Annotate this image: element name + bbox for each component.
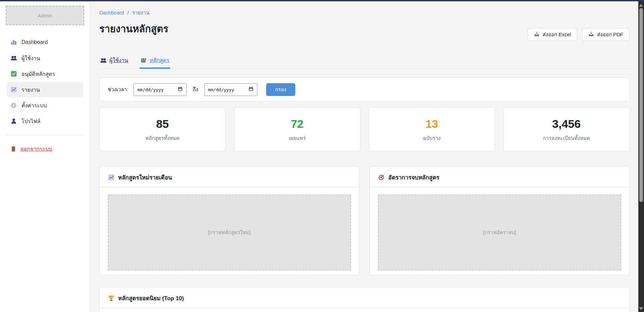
chart-card-header: อัตราการจบหลักสูตร [370, 167, 629, 188]
sidebar-divider [7, 135, 83, 135]
stat-value: 3,456 [504, 116, 629, 131]
date-from-input[interactable]: mm/dd/yyyy [134, 83, 187, 96]
stat-label: เผยแพร่ [234, 134, 360, 142]
chart-placeholder-new-courses: [กราฟหลักสูตรใหม่] [108, 195, 351, 270]
stat-card-published: 72 เผยแพร่ [234, 107, 360, 151]
filter-label: ช่วงเวลา: [108, 86, 128, 94]
scrollbar[interactable] [638, 1, 644, 312]
sidebar-item-dashboard[interactable]: Dashboard [6, 35, 83, 50]
chart-up-icon [108, 174, 115, 181]
stat-card-total-courses: 85 หลักสูตรทั้งหมด [99, 107, 226, 151]
scrollbar-down-arrow[interactable] [639, 307, 643, 310]
sidebar-item-approve-courses[interactable]: อนุมัติหลักสูตร [6, 66, 83, 82]
chart-up-icon [10, 86, 17, 93]
export-pdf-label: ส่งออก PDF [597, 31, 623, 39]
stat-label: ฉบับร่าง [369, 134, 495, 142]
breadcrumb-separator: / [128, 10, 129, 15]
stat-card-drafts: 13 ฉบับร่าง [369, 107, 495, 151]
breadcrumb: Dashboard / รายงาน [99, 9, 630, 17]
sidebar-item-users[interactable]: ผู้ใช้งาน [6, 50, 83, 66]
date-to-input[interactable]: mm/dd/yyyy [204, 83, 257, 96]
scrollbar-up-arrow[interactable] [639, 4, 643, 7]
sidebar-nav: Dashboard ผู้ใช้งาน อนุมัติหลักสูตร รายง… [0, 35, 90, 129]
chart-card-new-courses: หลักสูตรใหม่รายเดือน [กราฟหลักสูตรใหม่] [99, 166, 359, 275]
breadcrumb-current: รายงาน [132, 10, 149, 15]
admin-logo-placeholder: Admin [6, 6, 84, 25]
scrollbar-thumb[interactable] [639, 8, 643, 202]
breadcrumb-dashboard-link[interactable]: Dashboard [99, 10, 124, 15]
tab-bar: ผู้ใช้งาน หลักสูตร [99, 53, 630, 69]
chart-placeholder-completion: [กราฟอัตราจบ] [378, 195, 621, 270]
sidebar-item-label: Dashboard [21, 39, 48, 45]
filter-button[interactable]: กรอง [266, 83, 295, 96]
stat-value: 13 [369, 116, 495, 131]
gear-icon [10, 102, 17, 109]
tab-users-label: ผู้ใช้งาน [109, 56, 128, 64]
stat-label: หลักสูตรทั้งหมด [100, 134, 225, 142]
door-icon [10, 146, 16, 152]
calendar-icon[interactable] [178, 86, 183, 93]
export-excel-button[interactable]: ส่งออก Excel [528, 28, 577, 41]
main-content: Dashboard / รายงาน รายงานหลักสูตร ส่งออก… [90, 1, 638, 312]
tab-courses[interactable]: หลักสูตร [140, 53, 170, 69]
sidebar-item-label: โปรไฟล์ [21, 117, 41, 125]
chart-card-completion-rate: อัตราการจบหลักสูตร [กราฟอัตราจบ] [369, 166, 630, 275]
chart-card-header: หลักสูตรใหม่รายเดือน [100, 167, 359, 188]
top-courses-body [100, 308, 629, 312]
stat-card-total-enrollments: 3,456 การลงทะเบียนทั้งหมด [503, 107, 630, 151]
tab-courses-label: หลักสูตร [150, 56, 169, 64]
chart-placeholder-text: [กราฟหลักสูตรใหม่] [208, 228, 251, 237]
filter-to-label: ถึง [193, 86, 198, 94]
target-icon [378, 174, 385, 181]
bar-chart-icon [10, 39, 17, 46]
calendar-icon[interactable] [248, 86, 254, 93]
sidebar-item-label: ผู้ใช้งาน [21, 54, 40, 62]
top-courses-header: หลักสูตรยอดนิยม (Top 10) [100, 288, 629, 308]
export-pdf-button[interactable]: ส่งออก PDF [582, 28, 630, 41]
top-courses-card: หลักสูตรยอดนิยม (Top 10) [99, 287, 630, 312]
sidebar-item-label: ตั้งค่าระบบ [21, 101, 47, 110]
stats-row: 85 หลักสูตรทั้งหมด 72 เผยแพร่ 13 ฉบับร่า… [99, 107, 630, 151]
logout-link[interactable]: ออกจากระบบ [10, 145, 90, 153]
books-icon [140, 57, 147, 64]
stat-value: 85 [100, 116, 225, 131]
top-strip [0, 0, 644, 1]
sidebar: Admin Dashboard ผู้ใช้งาน อนุมัติหลักสูต… [0, 1, 90, 312]
users-icon [10, 55, 17, 61]
export-buttons: ส่งออก Excel ส่งออก PDF [528, 28, 630, 41]
admin-logo-text: Admin [38, 13, 52, 18]
sidebar-item-label: รายงาน [21, 86, 40, 94]
download-icon [588, 31, 594, 38]
chart-card-title: หลักสูตรใหม่รายเดือน [118, 173, 172, 182]
chart-card-title: อัตราการจบหลักสูตร [388, 173, 439, 182]
person-icon [10, 118, 17, 124]
stat-value: 72 [234, 116, 360, 131]
sidebar-item-settings[interactable]: ตั้งค่าระบบ [6, 98, 83, 113]
top-courses-title: หลักสูตรยอดนิยม (Top 10) [118, 294, 184, 303]
download-icon [534, 31, 540, 38]
sidebar-item-label: อนุมัติหลักสูตร [21, 70, 55, 78]
sidebar-item-reports[interactable]: รายงาน [6, 82, 83, 97]
date-to-value: mm/dd/yyyy [208, 87, 234, 92]
tab-users[interactable]: ผู้ใช้งาน [99, 53, 129, 69]
chart-body: [กราฟอัตราจบ] [370, 188, 629, 277]
export-excel-label: ส่งออก Excel [543, 31, 571, 39]
users-icon [100, 57, 107, 64]
logout-label: ออกจากระบบ [20, 145, 52, 153]
check-icon [10, 70, 17, 77]
chart-placeholder-text: [กราฟอัตราจบ] [483, 228, 516, 237]
charts-row: หลักสูตรใหม่รายเดือน [กราฟหลักสูตรใหม่] … [99, 166, 630, 275]
sidebar-item-profile[interactable]: โปรไฟล์ [6, 113, 83, 129]
page-header: รายงานหลักสูตร ส่งออก Excel ส่งออก PDF [99, 21, 630, 41]
page-title: รายงานหลักสูตร [99, 21, 168, 36]
date-from-value: mm/dd/yyyy [137, 87, 163, 92]
filter-bar: ช่วงเวลา: mm/dd/yyyy ถึง mm/dd/yyyy กรอง [99, 77, 630, 102]
trophy-icon [108, 295, 115, 302]
stat-label: การลงทะเบียนทั้งหมด [504, 134, 629, 142]
chart-body: [กราฟหลักสูตรใหม่] [100, 188, 359, 277]
